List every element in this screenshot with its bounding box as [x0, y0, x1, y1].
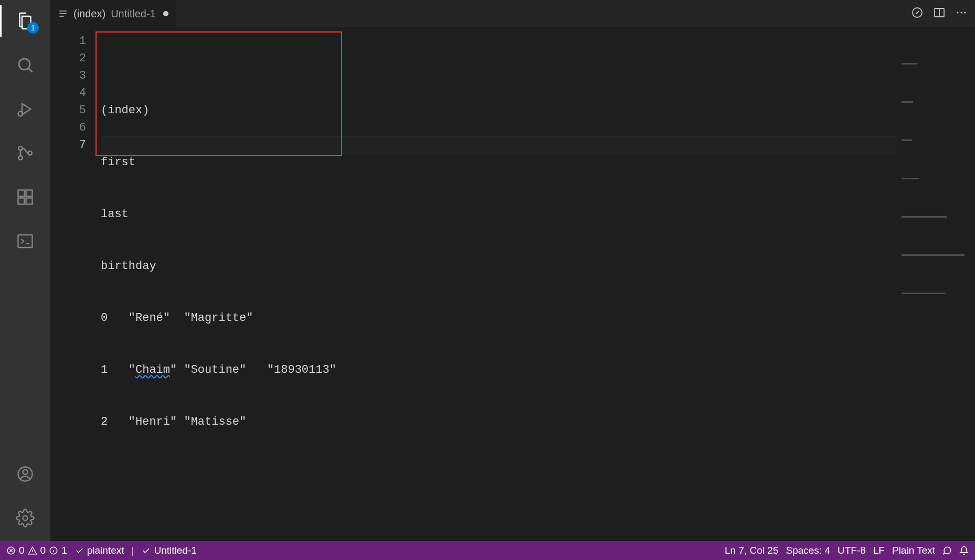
status-bar: 0 0 1 plaintext | Untitled-1 Ln 7, Col 2… [0, 541, 975, 560]
status-eol[interactable]: LF [873, 545, 885, 556]
compare-changes-icon[interactable] [911, 6, 924, 21]
status-check-file[interactable]: Untitled-1 [141, 545, 196, 556]
status-encoding[interactable]: UTF-8 [838, 545, 866, 556]
terminal-icon[interactable] [9, 225, 41, 257]
code-line: 2 "Henri" "Matisse" [101, 413, 975, 430]
line-number: 4 [50, 84, 86, 102]
svg-rect-9 [18, 235, 33, 247]
editor-area: (index) Untitled-1 [50, 0, 975, 541]
activity-bar: 1 [0, 0, 50, 541]
accounts-icon[interactable] [9, 458, 41, 490]
line-number: 3 [50, 67, 86, 84]
status-indentation[interactable]: Spaces: 4 [786, 545, 830, 556]
svg-point-2 [18, 146, 23, 150]
problems-warnings: 0 [40, 545, 46, 556]
current-line-highlight [101, 136, 975, 154]
status-feedback-icon[interactable] [942, 546, 952, 555]
run-debug-icon[interactable] [9, 93, 41, 125]
code-line: (index) [101, 102, 975, 119]
tab-bar: (index) Untitled-1 [50, 0, 975, 27]
svg-point-17 [964, 12, 966, 13]
svg-point-4 [28, 151, 32, 155]
status-language-mode[interactable]: Plain Text [892, 545, 935, 556]
line-number: 6 [50, 119, 86, 136]
status-check2-label: Untitled-1 [154, 545, 196, 556]
code-line: last [101, 206, 975, 223]
tab-dirty-indicator-icon [163, 11, 168, 16]
code-view[interactable]: (index) first last birthday 0 "René" "Ma… [101, 27, 975, 541]
line-number: 1 [50, 33, 86, 50]
tab-actions [904, 0, 975, 27]
svg-point-15 [957, 12, 958, 13]
svg-rect-6 [18, 198, 25, 204]
status-separator: | [132, 545, 134, 556]
line-number: 2 [50, 50, 86, 67]
status-check1-label: plaintext [87, 545, 124, 556]
tab-title: (index) [73, 8, 105, 20]
status-problems[interactable]: 0 0 1 [6, 545, 67, 556]
explorer-badge: 1 [27, 22, 39, 34]
svg-rect-7 [26, 198, 33, 204]
status-check-plaintext[interactable]: plaintext [75, 545, 124, 556]
line-number-gutter: 1 2 3 4 5 6 7 [50, 27, 101, 541]
settings-gear-icon[interactable] [9, 502, 41, 534]
svg-rect-5 [18, 190, 25, 197]
line-number: 7 [50, 136, 86, 154]
minimap[interactable] [896, 27, 975, 541]
status-notifications-icon[interactable] [959, 546, 969, 555]
tab-active[interactable]: (index) Untitled-1 [50, 0, 176, 27]
search-icon[interactable] [9, 49, 41, 81]
editor-body[interactable]: 1 2 3 4 5 6 7 (index) first last birthda… [50, 27, 975, 541]
code-line: 1 "Chaim" "Soutine" "18930113" [101, 361, 975, 379]
code-line: birthday [101, 257, 975, 275]
extensions-icon[interactable] [9, 181, 41, 213]
problems-errors: 0 [19, 545, 25, 556]
file-lines-icon [58, 8, 68, 19]
code-line: 0 "René" "Magritte" [101, 309, 975, 327]
more-actions-icon[interactable] [955, 6, 968, 21]
code-line: first [101, 154, 975, 171]
svg-point-16 [960, 12, 962, 13]
status-cursor-position[interactable]: Ln 7, Col 25 [725, 545, 778, 556]
svg-point-11 [23, 470, 28, 475]
explorer-icon[interactable]: 1 [9, 5, 41, 37]
spell-squiggle: Chaim [135, 363, 170, 376]
main-area: 1 [0, 0, 975, 541]
annotation-box [96, 31, 342, 156]
source-control-icon[interactable] [9, 137, 41, 169]
svg-rect-8 [26, 190, 33, 197]
svg-point-3 [18, 156, 23, 160]
split-editor-icon[interactable] [933, 6, 946, 21]
line-number: 5 [50, 102, 86, 119]
problems-info: 1 [61, 545, 67, 556]
svg-point-0 [19, 59, 30, 70]
tab-subtitle: Untitled-1 [111, 8, 156, 20]
app-root: 1 [0, 0, 975, 560]
svg-point-12 [23, 516, 28, 521]
